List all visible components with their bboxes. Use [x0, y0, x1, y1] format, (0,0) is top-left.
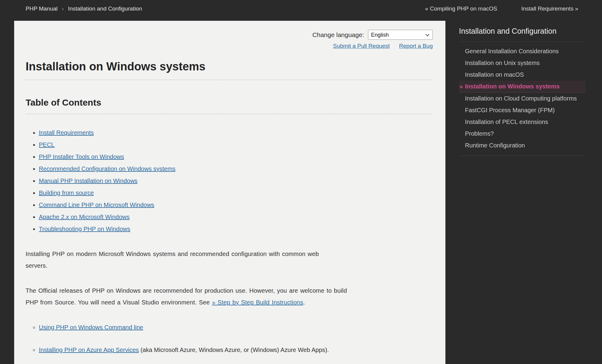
sidebar-item[interactable]: Installation of PECL extensions: [459, 116, 585, 128]
toc-link[interactable]: Apache 2.x on Microsoft Windows: [39, 214, 129, 220]
top-bar: PHP Manual › Installation and Configurat…: [0, 0, 602, 17]
sub-topic-link[interactable]: Installing PHP on Azure App Services: [39, 347, 139, 353]
toc-item: PECL: [39, 139, 433, 151]
toc-link[interactable]: Recommended Configuration on Windows sys…: [39, 165, 176, 172]
prev-page-link[interactable]: « Compiling PHP on macOS: [425, 5, 497, 12]
sidebar-item[interactable]: Problems?: [459, 128, 585, 140]
toc-link[interactable]: PECL: [39, 141, 55, 148]
sub-topic-item: Installing PHP on Azure App Services (ak…: [39, 344, 433, 356]
sidebar-item-link[interactable]: Installation of PECL extensions: [465, 119, 548, 125]
build-instructions-link[interactable]: » Step by Step Build Instructions: [212, 299, 303, 306]
toc-item: Command Line PHP on Microsoft Windows: [39, 199, 433, 211]
toc-item: Apache 2.x on Microsoft Windows: [39, 211, 433, 223]
toc-link[interactable]: PHP Installer Tools on Windows: [39, 153, 124, 160]
page-title: Installation on Windows systems: [26, 60, 433, 80]
toc-link[interactable]: Manual PHP Installation on Windows: [39, 177, 138, 184]
toc-item: PHP Installer Tools on Windows: [39, 151, 433, 163]
language-select-wrap: English: [368, 30, 433, 40]
sidebar-item[interactable]: Installation on macOS: [459, 69, 585, 81]
sidebar-item[interactable]: Installation on Unix systems: [459, 57, 585, 69]
sidebar-menu: General Installation Considerations Inst…: [459, 42, 585, 156]
sidebar-item-link[interactable]: Installation on macOS: [465, 71, 524, 78]
submit-pull-request-link[interactable]: Submit a Pull Request: [333, 43, 390, 49]
intro-paragraph: Installing PHP on modern Microsoft Windo…: [26, 248, 333, 272]
sub-topic-list: Using PHP on Windows Command line Instal…: [26, 322, 433, 356]
main-content: Change language: English Submit a Pull R…: [14, 21, 445, 364]
sidebar-item[interactable]: » Installation on Windows systems: [459, 81, 585, 93]
toc-item: Troubleshooting PHP on Windows: [39, 223, 433, 235]
official-releases-paragraph: The Official releases of PHP on Windows …: [26, 285, 349, 308]
sidebar-item[interactable]: Installation on Cloud Computing platform…: [459, 93, 585, 104]
page-navigation: « Compiling PHP on macOS Install Require…: [425, 5, 578, 12]
sidebar-item-link[interactable]: Installation on Cloud Computing platform…: [465, 95, 577, 102]
toc-item: Manual PHP Installation on Windows: [39, 175, 433, 187]
change-language-label: Change language:: [312, 31, 364, 39]
sidebar-item-link[interactable]: Problems?: [465, 130, 494, 137]
toc-link[interactable]: Install Requirements: [39, 129, 94, 136]
breadcrumb-separator-icon: ›: [62, 5, 64, 12]
toc-item: Building from source: [39, 187, 433, 199]
toc-link[interactable]: Building from source: [39, 190, 94, 196]
toc-item: Install Requirements: [39, 127, 433, 139]
table-of-contents: Install Requirements PECL PHP Installer …: [26, 127, 433, 235]
current-page-marker-icon: »: [460, 81, 463, 92]
sidebar-item[interactable]: Runtime Configuration: [459, 140, 585, 151]
page-layout: Change language: English Submit a Pull R…: [0, 17, 602, 364]
sidebar-title: Installation and Configuration: [459, 27, 585, 35]
language-bar: Change language: English: [26, 30, 433, 40]
sidebar-item[interactable]: FastCGI Process Manager (FPM): [459, 104, 585, 116]
toc-link[interactable]: Command Line PHP on Microsoft Windows: [39, 202, 154, 208]
sidebar-item-link[interactable]: Installation on Unix systems: [465, 60, 540, 66]
toc-link[interactable]: Troubleshooting PHP on Windows: [39, 226, 130, 232]
sidebar-item-link[interactable]: Runtime Configuration: [465, 142, 525, 149]
sub-topic-link[interactable]: Using PHP on Windows Command line: [39, 324, 143, 331]
breadcrumb-current-link[interactable]: Installation and Configuration: [68, 5, 142, 12]
sidebar: Installation and Configuration General I…: [459, 21, 585, 156]
toc-item: Recommended Configuration on Windows sys…: [39, 163, 433, 175]
sub-topic-note: (aka Microsoft Azure, Windows Azure, or …: [139, 347, 329, 353]
sidebar-item-link[interactable]: Installation on Windows systems: [465, 83, 560, 90]
breadcrumb: PHP Manual › Installation and Configurat…: [26, 5, 142, 12]
language-select[interactable]: English: [368, 30, 433, 40]
next-page-link[interactable]: Install Requirements »: [521, 5, 578, 12]
contribute-links: Submit a Pull Request Report a Bug: [26, 43, 433, 49]
sidebar-item[interactable]: General Installation Considerations: [459, 45, 585, 57]
report-a-bug-link[interactable]: Report a Bug: [399, 43, 433, 49]
sidebar-item-link[interactable]: FastCGI Process Manager (FPM): [465, 107, 555, 113]
sub-topic-item: Using PHP on Windows Command line: [39, 322, 433, 333]
toc-heading: Table of Contents: [26, 97, 433, 114]
sidebar-item-link[interactable]: General Installation Considerations: [465, 48, 559, 54]
breadcrumb-php-manual-link[interactable]: PHP Manual: [26, 5, 58, 12]
paragraph-text: .: [303, 299, 305, 306]
